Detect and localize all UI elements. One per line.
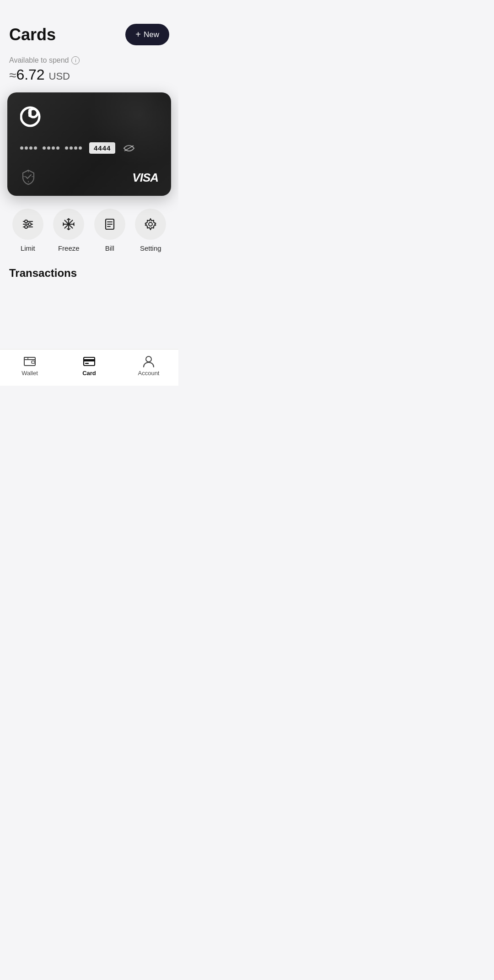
transactions-title: Transactions [9,267,169,280]
page: Cards + New Available to spend i ≈6.72 U… [0,0,178,386]
nav-wallet[interactable]: Wallet [0,355,59,377]
svg-rect-28 [32,361,35,363]
svg-rect-31 [84,359,95,361]
available-label: Available to spend i [9,56,169,65]
svg-marker-25 [145,219,156,230]
svg-point-26 [149,222,152,226]
available-amount: ≈6.72 USD [9,66,169,83]
action-bill[interactable]: Bill [94,209,125,252]
action-setting[interactable]: Setting [135,209,166,252]
card-dots [20,146,82,150]
approx-symbol: ≈ [9,68,16,82]
setting-icon [144,218,157,231]
new-button-label: New [144,30,159,39]
svg-point-6 [25,220,27,223]
card-logo-area [20,105,158,128]
action-limit[interactable]: Limit [12,209,43,252]
card-bottom: VISA [20,168,158,185]
p-logo-icon [20,105,43,128]
amount-integer: 6 [16,66,24,83]
nav-card-label: Card [82,370,96,377]
nav-account[interactable]: Account [119,355,178,377]
bill-label: Bill [105,244,114,252]
credit-card[interactable]: 4444 VISA [7,92,171,196]
nav-account-label: Account [138,370,160,377]
wallet-icon [23,355,36,368]
amount-decimal: .72 [24,66,44,83]
new-button[interactable]: + New [125,24,169,45]
transactions-section: Transactions [0,261,178,349]
limit-icon [21,218,34,231]
bill-icon [103,218,116,231]
available-section: Available to spend i ≈6.72 USD [0,53,178,89]
svg-point-33 [146,356,151,362]
currency-label: USD [49,70,70,82]
account-icon [142,355,155,368]
actions-bar: Limit Freeze [0,203,178,261]
bill-icon-wrap [94,209,125,240]
page-title: Cards [9,25,56,44]
info-icon[interactable]: i [71,56,80,65]
card-3d-secure-icon [20,168,37,185]
card-number-area: 4444 [20,142,158,154]
card-last4: 4444 [89,142,115,154]
setting-label: Setting [140,244,161,252]
nav-wallet-label: Wallet [21,370,38,377]
limit-icon-wrap [12,209,43,240]
svg-rect-32 [85,363,89,364]
freeze-icon [62,218,75,231]
header: Cards + New [0,0,178,53]
card-nav-icon [83,355,96,368]
nav-card[interactable]: Card [59,355,119,377]
action-freeze[interactable]: Freeze [53,209,84,252]
svg-rect-29 [24,357,28,360]
visa-logo: VISA [132,171,158,185]
svg-rect-27 [24,357,35,366]
plus-icon: + [135,29,141,40]
svg-point-7 [28,223,31,226]
card-container: 4444 VISA [0,89,178,203]
bottom-nav: Wallet Card Account [0,349,178,386]
freeze-label: Freeze [58,244,80,252]
limit-label: Limit [21,244,35,252]
transactions-empty [9,287,169,342]
freeze-icon-wrap [53,209,84,240]
card-eye-icon[interactable] [123,144,135,153]
svg-point-8 [25,226,27,228]
setting-icon-wrap [135,209,166,240]
